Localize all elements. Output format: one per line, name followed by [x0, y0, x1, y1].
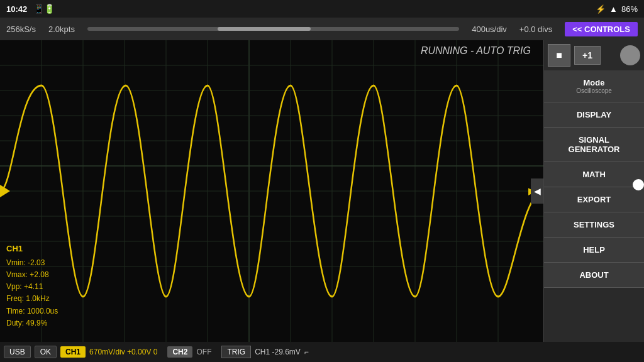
math-label: MATH — [582, 170, 606, 179]
main-area: RUNNING - AUTO TRIG ▶T CH1 Vmin: -2.03 V… — [0, 40, 644, 342]
settings-label: SETTINGS — [574, 220, 614, 229]
help-button[interactable]: HELP — [544, 238, 644, 263]
ch2-info: OFF — [196, 348, 211, 356]
status-bar: 10:42 📱 🔋 ⚡ ▲ 86% — [0, 0, 644, 18]
about-label: ABOUT — [579, 270, 608, 280]
offset: +0.0 divs — [519, 25, 552, 34]
mode-button[interactable]: Mode Oscilloscope — [544, 70, 644, 102]
position-slider-container[interactable] — [87, 27, 459, 31]
right-panel: ■ +1 Mode Oscilloscope DISPLAY SIGNALGEN… — [543, 40, 644, 342]
trig-badge[interactable]: TRIG — [221, 346, 251, 358]
duty: Duty: 49.9% — [6, 317, 58, 329]
scroll-indicator[interactable] — [633, 179, 644, 190]
trig-info: CH1 -29.6mV — [255, 348, 301, 356]
vibrate-icon: ⚡ — [596, 4, 606, 14]
usb-button[interactable]: USB — [4, 346, 31, 358]
trig-edge-icon: ⌐ — [304, 348, 309, 356]
display-button[interactable]: DISPLAY — [544, 102, 644, 128]
settings-button[interactable]: SETTINGS — [544, 212, 644, 238]
vmin: Vmin: -2.03 — [6, 257, 58, 269]
mode-sub-label: Oscilloscope — [576, 87, 612, 94]
freq: Freq: 1.0kHz — [6, 293, 58, 305]
battery-percent: 86% — [621, 4, 638, 14]
slider-thumb[interactable] — [218, 27, 311, 31]
help-label: HELP — [583, 245, 605, 255]
display-label: DISPLAY — [577, 110, 611, 119]
math-button[interactable]: MATH — [544, 162, 644, 187]
mode-label: Mode — [584, 78, 605, 87]
panel-collapse-arrow[interactable]: ◀ — [531, 178, 543, 204]
slider-track[interactable] — [87, 27, 459, 31]
wifi-icon: ▲ — [609, 4, 618, 14]
time-div: 400us/div — [472, 25, 507, 34]
plus-one-button[interactable]: +1 — [574, 46, 601, 65]
waveform — [0, 40, 543, 342]
sample-rate: 256kS/s — [6, 25, 36, 34]
battery-icon: 🔋 — [44, 4, 55, 14]
top-controls: ■ +1 — [544, 40, 644, 70]
circle-button[interactable] — [620, 45, 640, 65]
oscilloscope-display[interactable]: RUNNING - AUTO TRIG ▶T CH1 Vmin: -2.03 V… — [0, 40, 543, 342]
export-label: EXPORT — [577, 195, 611, 204]
signal-gen-label: SIGNALGENERATOR — [569, 135, 620, 154]
toolbar: 256kS/s 2.0kpts 400us/div +0.0 divs << C… — [0, 18, 644, 40]
trigger-arrow-left — [0, 185, 10, 197]
time-meas: Time: 1000.0us — [6, 305, 58, 317]
vmax: Vmax: +2.08 — [6, 269, 58, 281]
ch1-info: 670mV/div +0.00V 0 — [89, 348, 157, 356]
signal-generator-button[interactable]: SIGNALGENERATOR — [544, 128, 644, 162]
ch2-badge[interactable]: CH2 — [167, 346, 192, 358]
bottom-bar: USB OK CH1 670mV/div +0.00V 0 CH2 OFF TR… — [0, 342, 644, 362]
points: 2.0kpts — [48, 25, 75, 34]
measurements-panel: CH1 Vmin: -2.03 Vmax: +2.08 Vpp: +4.11 F… — [6, 243, 58, 329]
phone-icon: 📱 — [33, 4, 44, 14]
clock: 10:42 — [6, 4, 27, 14]
running-status: RUNNING - AUTO TRIG — [421, 45, 531, 57]
about-button[interactable]: ABOUT — [544, 263, 644, 288]
export-button[interactable]: EXPORT — [544, 187, 644, 212]
stop-button[interactable]: ■ — [548, 44, 570, 67]
vpp: Vpp: +4.11 — [6, 281, 58, 293]
ok-button[interactable]: OK — [35, 346, 57, 358]
controls-button[interactable]: << CONTROLS — [565, 22, 638, 36]
ch1-badge[interactable]: CH1 — [60, 346, 86, 358]
channel-label: CH1 — [6, 243, 58, 256]
